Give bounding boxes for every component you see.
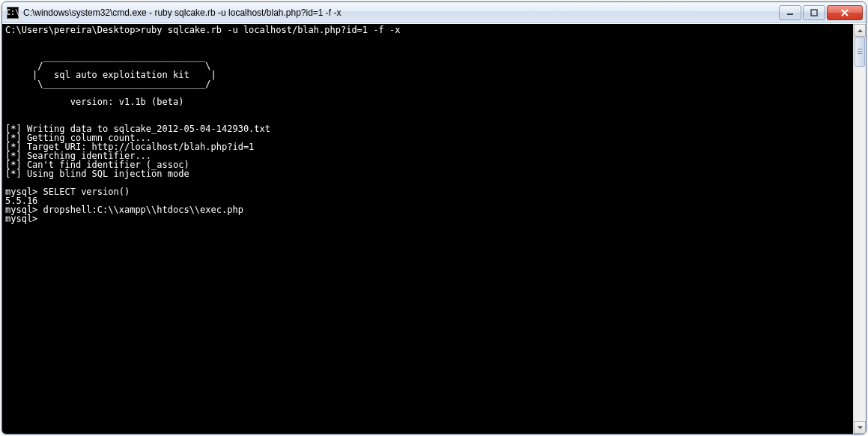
chevron-up-icon (858, 29, 863, 32)
close-button[interactable] (827, 5, 863, 20)
version-line: version: v1.1b (beta) (5, 97, 183, 107)
cmd-window: C:\ C:\windows\system32\cmd.exe - ruby s… (1, 1, 867, 435)
svg-rect-0 (787, 13, 793, 15)
status-line: [*] Using blind SQL injection mode (5, 169, 189, 179)
scroll-down-button[interactable] (854, 421, 866, 434)
scroll-thumb[interactable] (855, 37, 865, 67)
vertical-scrollbar[interactable] (853, 24, 866, 434)
maximize-button[interactable] (803, 5, 825, 20)
close-icon (840, 9, 849, 16)
window-controls (777, 5, 863, 20)
scroll-track[interactable] (854, 37, 866, 421)
prompt-line: C:\Users\pereira\Desktop>ruby sqlcake.rb… (5, 25, 400, 35)
svg-rect-1 (811, 10, 817, 16)
maximize-icon (810, 9, 818, 16)
window-title: C:\windows\system32\cmd.exe - ruby sqlca… (23, 7, 777, 18)
banner-line: \______________________________/ (5, 79, 211, 89)
cmd-icon: C:\ (7, 7, 19, 19)
mysql-prompt: mysql> (5, 214, 37, 224)
scroll-up-button[interactable] (854, 24, 866, 37)
terminal-output[interactable]: C:\Users\pereira\Desktop>ruby sqlcake.rb… (2, 24, 853, 434)
minimize-icon (786, 9, 794, 16)
chevron-down-icon (858, 426, 863, 429)
minimize-button[interactable] (779, 5, 801, 20)
titlebar[interactable]: C:\ C:\windows\system32\cmd.exe - ruby s… (2, 2, 866, 23)
client-area: C:\Users\pereira\Desktop>ruby sqlcake.rb… (2, 23, 866, 434)
mysql-prompt: mysql> dropshell:C:\\xampp\\htdocs\\exec… (5, 205, 243, 215)
